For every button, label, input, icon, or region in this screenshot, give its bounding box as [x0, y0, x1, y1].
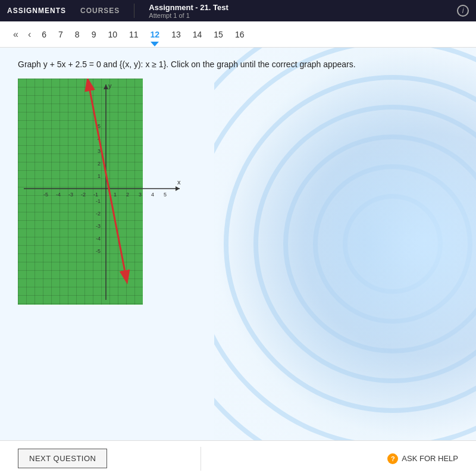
- page-12-current[interactable]: 12: [146, 27, 165, 42]
- question-text: Graph y + 5x + 2.5 = 0 and {(x, y): x ≥ …: [18, 60, 458, 69]
- svg-text:5: 5: [164, 192, 167, 198]
- svg-text:-2: -2: [81, 192, 86, 198]
- page-15[interactable]: 15: [209, 27, 228, 42]
- svg-text:3: 3: [139, 192, 142, 198]
- svg-text:1: 1: [98, 173, 101, 179]
- svg-text:-3: -3: [68, 192, 73, 198]
- page-14[interactable]: 14: [188, 27, 207, 42]
- svg-text:y: y: [108, 82, 112, 89]
- svg-text:-5: -5: [43, 192, 48, 198]
- svg-text:3: 3: [98, 148, 101, 154]
- svg-text:-1: -1: [93, 192, 98, 198]
- ask-for-help-button[interactable]: ? ASK FOR HELP: [387, 453, 458, 464]
- page-10[interactable]: 10: [103, 27, 122, 42]
- page-9[interactable]: 9: [87, 27, 101, 42]
- page-16[interactable]: 16: [230, 27, 249, 42]
- assignment-title: Assignment - 21. Test: [149, 3, 228, 12]
- graph-svg: x y -1 -2 -3 -4 -5 1 2 3 4 5 1 2 3 4 5 -…: [18, 79, 184, 305]
- svg-line-34: [89, 87, 127, 281]
- svg-text:-4: -4: [96, 236, 101, 242]
- svg-text:x: x: [177, 178, 181, 186]
- main-content: Graph y + 5x + 2.5 = 0 and {(x, y): x ≥ …: [0, 48, 476, 440]
- background-decoration: [214, 48, 476, 440]
- first-page-button[interactable]: «: [10, 27, 22, 42]
- svg-marker-9: [176, 186, 180, 191]
- svg-text:1: 1: [114, 192, 117, 198]
- svg-marker-11: [104, 84, 108, 89]
- svg-text:2: 2: [98, 161, 101, 167]
- svg-text:-4: -4: [56, 192, 61, 198]
- pagination-bar: « ‹ 6 7 8 9 10 11 12 13 14 15 16: [0, 21, 476, 48]
- attempt-label: Attempt 1 of 1: [149, 12, 228, 19]
- svg-text:4: 4: [151, 192, 154, 198]
- page-8[interactable]: 8: [70, 27, 84, 42]
- assignment-info: Assignment - 21. Test Attempt 1 of 1: [149, 3, 228, 19]
- svg-text:-5: -5: [96, 248, 101, 254]
- assignments-nav-link[interactable]: ASSIGNMENTS: [7, 7, 66, 15]
- footer-divider: [201, 447, 201, 471]
- svg-text:-1: -1: [96, 198, 101, 204]
- bottom-bar: NEXT QUESTION ? ASK FOR HELP: [0, 440, 476, 476]
- prev-page-button[interactable]: ‹: [24, 27, 35, 42]
- help-icon: ?: [387, 453, 398, 464]
- page-11[interactable]: 11: [124, 27, 143, 42]
- next-question-button[interactable]: NEXT QUESTION: [18, 449, 107, 468]
- page-7[interactable]: 7: [54, 27, 68, 42]
- top-navigation: ASSIGNMENTS COURSES Assignment - 21. Tes…: [0, 0, 476, 21]
- svg-text:-2: -2: [96, 211, 101, 217]
- svg-text:-3: -3: [96, 223, 101, 229]
- svg-text:2: 2: [126, 192, 129, 198]
- page-13[interactable]: 13: [167, 27, 186, 42]
- info-icon[interactable]: i: [457, 5, 469, 17]
- graph-container[interactable]: x y -1 -2 -3 -4 -5 1 2 3 4 5 1 2 3 4 5 -…: [18, 79, 184, 305]
- courses-nav-link[interactable]: COURSES: [80, 7, 120, 15]
- nav-divider: [134, 4, 134, 18]
- ask-for-help-label: ASK FOR HELP: [402, 454, 458, 463]
- page-6[interactable]: 6: [37, 27, 51, 42]
